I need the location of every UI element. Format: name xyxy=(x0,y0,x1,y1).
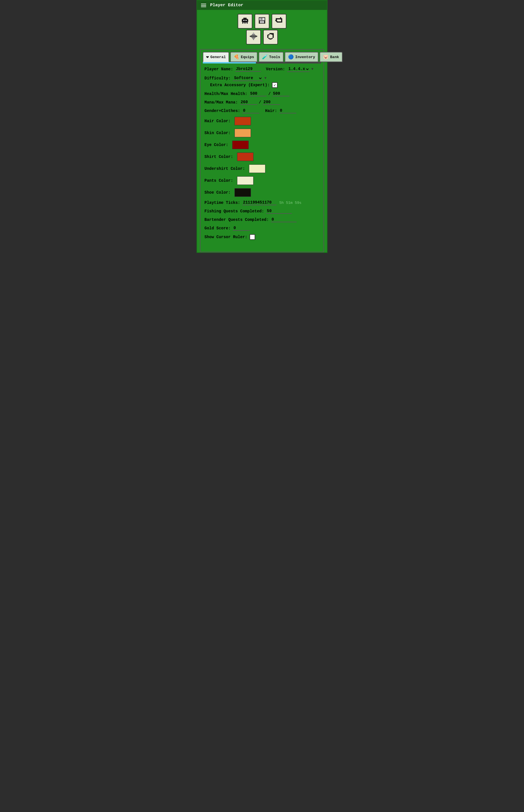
health-separator: / xyxy=(268,92,271,96)
skin-color-swatch[interactable] xyxy=(234,129,251,137)
svg-rect-36 xyxy=(268,38,269,39)
svg-rect-20 xyxy=(277,21,281,23)
svg-rect-18 xyxy=(280,17,281,18)
tools-tab-icon: 🧪 xyxy=(262,54,268,60)
mana-label: Mana/Max Mana: xyxy=(204,100,238,105)
gender-input[interactable] xyxy=(242,108,259,113)
undershirt-color-label: Undershirt Color: xyxy=(204,166,245,171)
eye-color-label: Eye Color: xyxy=(204,143,228,147)
mana-max-input[interactable] xyxy=(263,100,280,105)
health-row: Health/Max Health: / xyxy=(204,91,320,96)
cursor-ruler-label: Show Cursor Ruler: xyxy=(204,235,247,239)
health-max-input[interactable] xyxy=(273,91,290,96)
svg-rect-10 xyxy=(243,18,246,19)
mana-row: Mana/Max Mana: / xyxy=(204,100,320,105)
svg-rect-38 xyxy=(272,38,273,39)
gender-hair-row: Gender+Clothes: Hair: xyxy=(204,108,320,113)
mana-input[interactable] xyxy=(240,100,257,105)
eye-color-swatch[interactable] xyxy=(232,140,249,149)
form-area: Player Name: Version: 1.4.4.x 1.4.3.x 1.… xyxy=(200,64,324,246)
tab-bank[interactable]: 🐷 Bank xyxy=(320,52,342,62)
fishing-input[interactable] xyxy=(266,209,292,214)
svg-rect-19 xyxy=(281,18,282,23)
toolbar xyxy=(197,10,327,46)
gold-score-input[interactable] xyxy=(233,226,250,231)
svg-rect-42 xyxy=(273,33,274,35)
svg-rect-31 xyxy=(253,38,254,40)
svg-rect-6 xyxy=(243,23,244,23)
refresh-button[interactable] xyxy=(263,30,278,45)
shoe-color-swatch[interactable] xyxy=(234,188,251,197)
equips-tab-icon: 🍕 xyxy=(234,54,239,60)
general-tab-icon: ❤️ xyxy=(206,54,209,60)
extra-accessory-checkbox[interactable] xyxy=(272,82,278,88)
playtime-input[interactable] xyxy=(242,200,276,205)
cursor-ruler-row: Show Cursor Ruler: xyxy=(204,234,320,240)
undershirt-color-row: Undershirt Color: xyxy=(204,164,320,173)
save-button[interactable] xyxy=(255,14,269,29)
undo-button[interactable] xyxy=(272,14,286,29)
tab-equips[interactable]: 🍕 Equips xyxy=(230,52,258,62)
gold-score-label: Gold Score: xyxy=(204,226,231,231)
difficulty-row: Difficulty: Softcore Mediumcore Hardcore… xyxy=(204,76,320,88)
undershirt-color-swatch[interactable] xyxy=(249,164,265,173)
open-icon xyxy=(241,16,249,27)
health-input[interactable] xyxy=(249,91,266,96)
pants-color-label: Pants Color: xyxy=(204,178,233,183)
svg-rect-16 xyxy=(276,18,282,20)
version-dropdown-arrow: ▼ xyxy=(311,67,313,71)
hair-label: Hair: xyxy=(265,109,277,113)
svg-rect-13 xyxy=(260,18,263,20)
player-name-input[interactable] xyxy=(235,67,261,72)
svg-rect-0 xyxy=(242,19,248,22)
cursor-ruler-checkbox[interactable] xyxy=(249,234,255,240)
svg-rect-8 xyxy=(243,20,244,21)
svg-rect-2 xyxy=(248,19,248,22)
svg-rect-7 xyxy=(246,23,247,23)
difficulty-dropdown-arrow: ▼ xyxy=(264,76,266,80)
version-select[interactable]: 1.4.4.x 1.4.3.x 1.4.2.x xyxy=(287,66,310,72)
pants-color-row: Pants Color: xyxy=(204,176,320,185)
general-tab-label: General xyxy=(210,55,226,59)
shoe-color-label: Shoe Color: xyxy=(204,190,231,195)
toolbar-row-2 xyxy=(246,30,278,45)
difficulty-label: Difficulty: xyxy=(204,76,231,81)
main-content: ❤️ General 🍕 Equips 🧪 Tools 🔵 Inventory … xyxy=(200,49,324,252)
svg-rect-23 xyxy=(276,21,278,22)
equips-tab-label: Equips xyxy=(241,55,254,59)
pants-color-swatch[interactable] xyxy=(237,176,253,185)
svg-rect-24 xyxy=(251,35,256,37)
open-button[interactable] xyxy=(238,14,252,29)
svg-rect-41 xyxy=(271,33,273,34)
shirt-color-swatch[interactable] xyxy=(237,152,253,161)
tab-general[interactable]: ❤️ General xyxy=(203,52,229,62)
difficulty-select[interactable]: Softcore Mediumcore Hardcore xyxy=(233,76,263,81)
gender-label: Gender+Clothes: xyxy=(204,109,240,113)
bank-tab-icon: 🐷 xyxy=(323,54,329,60)
undo-icon xyxy=(275,16,283,27)
skin-color-row: Skin Color: xyxy=(204,129,320,137)
hair-color-swatch[interactable] xyxy=(234,117,251,125)
hair-input[interactable] xyxy=(279,108,296,113)
player-name-label: Player Name: xyxy=(204,67,233,71)
playtime-label: Playtime Ticks: xyxy=(204,200,240,205)
mana-separator: / xyxy=(259,100,261,105)
menu-icon[interactable] xyxy=(201,4,206,7)
svg-rect-21 xyxy=(276,18,277,20)
version-label: Version: xyxy=(266,67,285,71)
hair-color-row: Hair Color: xyxy=(204,117,320,125)
bartender-input[interactable] xyxy=(271,217,297,222)
svg-rect-25 xyxy=(250,36,251,37)
gold-score-row: Gold Score: xyxy=(204,226,320,231)
save-icon xyxy=(258,16,266,27)
svg-rect-27 xyxy=(252,34,255,35)
skin-color-label: Skin Color: xyxy=(204,131,231,135)
tab-tools[interactable]: 🧪 Tools xyxy=(259,52,283,62)
svg-rect-1 xyxy=(242,19,242,22)
svg-rect-3 xyxy=(242,23,244,24)
svg-rect-26 xyxy=(256,36,258,37)
shirt-color-row: Shirt Color: xyxy=(204,152,320,161)
tool-button[interactable] xyxy=(246,30,261,45)
tab-inventory[interactable]: 🔵 Inventory xyxy=(285,52,318,62)
fishing-label: Fishing Quests Completed: xyxy=(204,209,264,214)
